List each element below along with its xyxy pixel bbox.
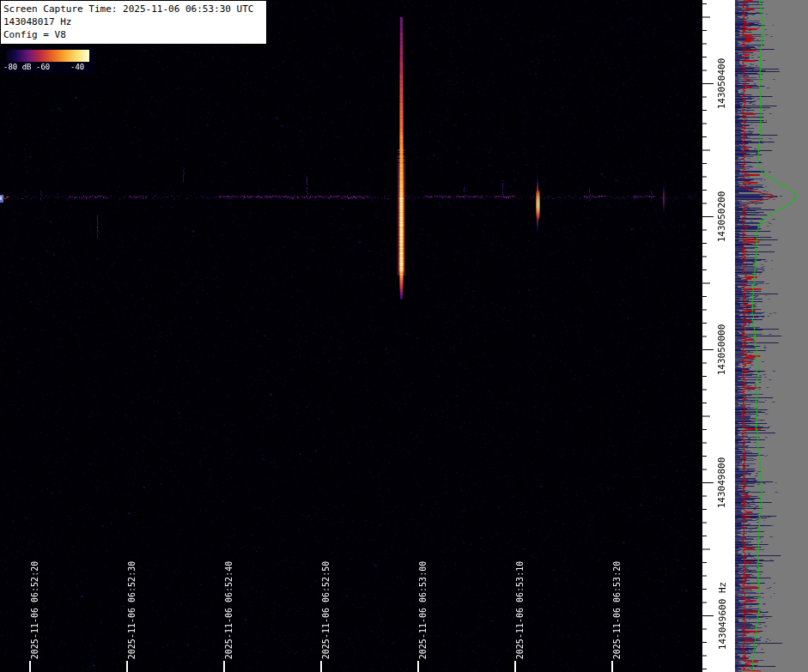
colorbar-label-max: -40 — [70, 62, 84, 72]
colorbar-labels: -80 dB -60 -40 — [3, 62, 93, 72]
center-frequency-line: 143048017 Hz — [3, 15, 261, 28]
colorbar-label-mid: -60 — [36, 62, 50, 72]
colorbar-legend: -80 dB -60 -40 — [2, 48, 94, 74]
colorbar-gradient — [3, 50, 89, 62]
live-spectrum-panel — [735, 0, 808, 672]
colorbar-label-min: -80 dB — [3, 62, 32, 72]
frequency-axis-ruler — [702, 0, 735, 672]
capture-info-box: Screen Capture Time: 2025-11-06 06:53:30… — [0, 0, 267, 45]
config-line: Config = V8 — [3, 28, 261, 41]
capture-time-line: Screen Capture Time: 2025-11-06 06:53:30… — [3, 3, 261, 15]
spectrogram-canvas — [0, 0, 702, 672]
